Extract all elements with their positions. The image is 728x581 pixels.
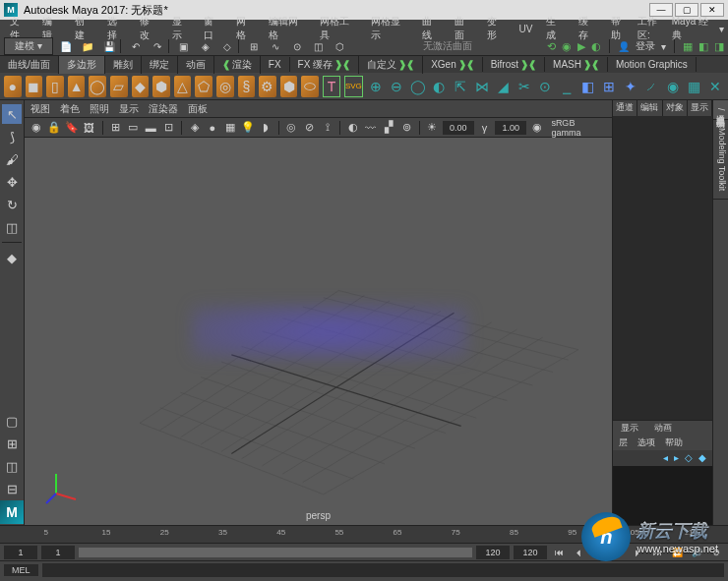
panel-menu-panels[interactable]: 面板 — [188, 102, 208, 116]
select-tool[interactable]: ↖ — [2, 104, 22, 124]
save-scene-icon[interactable]: 💾 — [100, 38, 118, 54]
poly-cube-icon[interactable]: ◼ — [26, 76, 43, 97]
poly-pyramid-icon[interactable]: △ — [174, 76, 192, 97]
shelf-tab-rigging[interactable]: 绑定 — [142, 56, 178, 74]
isolate-icon[interactable]: ◎ — [284, 120, 299, 136]
extrude-icon[interactable]: ⇱ — [452, 76, 469, 97]
camera-lock-icon[interactable]: 🔒 — [46, 120, 61, 136]
panel-menu-show[interactable]: 显示 — [119, 102, 139, 116]
far-field[interactable]: 1.00 — [495, 121, 526, 135]
layer-movedown-icon[interactable]: ▸ — [674, 452, 679, 464]
viewport[interactable]: persp — [25, 138, 612, 525]
gamma-icon[interactable]: γ — [477, 120, 492, 136]
type-tool-icon[interactable]: T — [323, 76, 340, 97]
shaded-icon[interactable]: ● — [205, 120, 219, 136]
svg-tool-icon[interactable]: SVG — [344, 76, 363, 97]
dof-icon[interactable]: ⊚ — [398, 120, 413, 136]
shelf-tab-curves[interactable]: 曲线/曲面 — [0, 56, 59, 74]
ao-icon[interactable]: ◐ — [345, 120, 360, 136]
uv-editor-icon[interactable]: ✕ — [706, 76, 724, 97]
layout-four-icon[interactable]: ⊞ — [2, 434, 22, 453]
open-scene-icon[interactable]: 📁 — [79, 38, 96, 54]
paint-select-tool[interactable]: 🖌 — [2, 149, 22, 169]
gamma-dropdown[interactable]: sRGB gamma — [547, 118, 608, 138]
select-hierarchy-icon[interactable]: ▣ — [175, 38, 193, 54]
go-start-button[interactable]: ⏮ — [551, 546, 567, 559]
playback-end-field[interactable]: 120 — [476, 546, 510, 559]
aa-icon[interactable]: ▞ — [381, 120, 395, 136]
mirror-icon[interactable]: ◧ — [579, 76, 597, 97]
shelf-tab-polygons[interactable]: 多边形 — [59, 56, 105, 74]
shelf-tab-fx[interactable]: FX — [261, 57, 290, 72]
channel-box-body[interactable] — [613, 116, 712, 420]
last-tool[interactable]: ◆ — [2, 248, 22, 267]
poly-plane-icon[interactable]: ▱ — [110, 76, 128, 97]
layer-new-empty-icon[interactable]: ◇ — [685, 452, 693, 464]
bevel-icon[interactable]: ◢ — [494, 76, 512, 97]
wireframe-icon[interactable]: ◈ — [187, 120, 202, 136]
lights-icon[interactable]: 💡 — [240, 120, 255, 136]
cb-tab-show[interactable]: 显示 — [688, 100, 712, 116]
bookmark-icon[interactable]: 🔖 — [64, 120, 79, 136]
lp-menu-layers[interactable]: 层 — [619, 436, 628, 450]
login-chevron-icon[interactable]: ▾ — [661, 41, 666, 52]
fill-hole-icon[interactable]: ◉ — [664, 76, 682, 97]
ipr-icon[interactable]: ▶ — [577, 40, 585, 53]
connect-icon[interactable]: ⎯ — [558, 76, 576, 97]
poly-cylinder-icon[interactable]: ▯ — [46, 76, 64, 97]
shelf-tab-xgen[interactable]: XGen❱❰ — [423, 57, 483, 72]
toggle-chbox-icon[interactable]: ◨ — [714, 40, 724, 53]
quaddraw-icon[interactable]: ⊞ — [600, 76, 618, 97]
panel-menu-view[interactable]: 视图 — [30, 102, 50, 116]
poly-soccer-icon[interactable]: ⬢ — [280, 76, 298, 97]
shelf-tab-motiongraphics[interactable]: Motion Graphics — [608, 57, 697, 72]
layout-vert-icon[interactable]: ◫ — [2, 456, 22, 476]
shelf-tab-mash[interactable]: MASH❱❰ — [545, 57, 608, 72]
workspace-dropdown[interactable]: Maya 经典 — [672, 15, 715, 42]
scale-tool[interactable]: ◫ — [2, 217, 22, 237]
poly-cone-icon[interactable]: ▲ — [68, 76, 86, 97]
gate-mask-icon[interactable]: ▬ — [144, 120, 158, 136]
undo-icon[interactable]: ↶ — [127, 38, 145, 54]
multicut-icon[interactable]: ✂ — [516, 76, 533, 97]
select-component-icon[interactable]: ◇ — [218, 38, 236, 54]
shelf-tab-custom[interactable]: 自定义❱❰ — [359, 56, 423, 74]
menu-uv[interactable]: UV — [513, 23, 538, 35]
redo-icon[interactable]: ↷ — [149, 38, 166, 54]
near-field[interactable]: 0.00 — [443, 121, 474, 135]
snap-grid-icon[interactable]: ⊞ — [245, 38, 263, 54]
poly-torus-icon[interactable]: ◯ — [89, 76, 106, 97]
user-icon[interactable]: 👤 — [618, 41, 630, 52]
layout-single-icon[interactable]: ▢ — [2, 411, 22, 431]
snap-curve-icon[interactable]: ∿ — [267, 38, 284, 54]
xray-icon[interactable]: ⊘ — [302, 120, 317, 136]
separate-icon[interactable]: ⊖ — [388, 76, 405, 97]
motion-blur-icon[interactable]: 〰 — [363, 120, 378, 136]
shelf-tab-fxcache[interactable]: FX 缓存❱❰ — [290, 56, 360, 74]
shelf-tab-bifrost[interactable]: Bifrost❱❰ — [483, 57, 545, 72]
new-scene-icon[interactable]: 📄 — [57, 38, 75, 54]
xray-joints-icon[interactable]: ⟟ — [320, 120, 334, 136]
poly-gear-icon[interactable]: ⚙ — [259, 76, 276, 97]
menu-deform[interactable]: 变形 — [481, 14, 512, 43]
shelf-tab-rendering[interactable]: ❰渲染 — [214, 56, 261, 74]
menu-meshdisplay[interactable]: 网格显示 — [365, 14, 414, 43]
rotate-tool[interactable]: ↻ — [2, 195, 22, 214]
lp-menu-options[interactable]: 选项 — [637, 436, 655, 450]
image-plane-icon[interactable]: 🖼 — [82, 120, 96, 136]
camera-select-icon[interactable]: ◉ — [29, 120, 43, 136]
lasso-tool[interactable]: ⟆ — [2, 127, 22, 146]
panel-menu-shading[interactable]: 着色 — [60, 102, 80, 116]
layer-moveup-icon[interactable]: ◂ — [663, 452, 668, 464]
shelf-tab-animation[interactable]: 动画 — [178, 56, 214, 74]
panel-menu-renderer[interactable]: 渲染器 — [149, 102, 178, 116]
snap-point-icon[interactable]: ⊙ — [288, 38, 306, 54]
boolean-icon[interactable]: ◐ — [431, 76, 449, 97]
poly-prism-icon[interactable]: ⬠ — [195, 76, 212, 97]
poly-helix-icon[interactable]: § — [238, 76, 256, 97]
target-weld-icon[interactable]: ⊙ — [537, 76, 555, 97]
lp-tab-anim[interactable]: 动画 — [646, 421, 680, 436]
film-gate-icon[interactable]: ▭ — [126, 120, 141, 136]
bridge-icon[interactable]: ⋈ — [473, 76, 491, 97]
move-tool[interactable]: ✥ — [2, 172, 22, 192]
